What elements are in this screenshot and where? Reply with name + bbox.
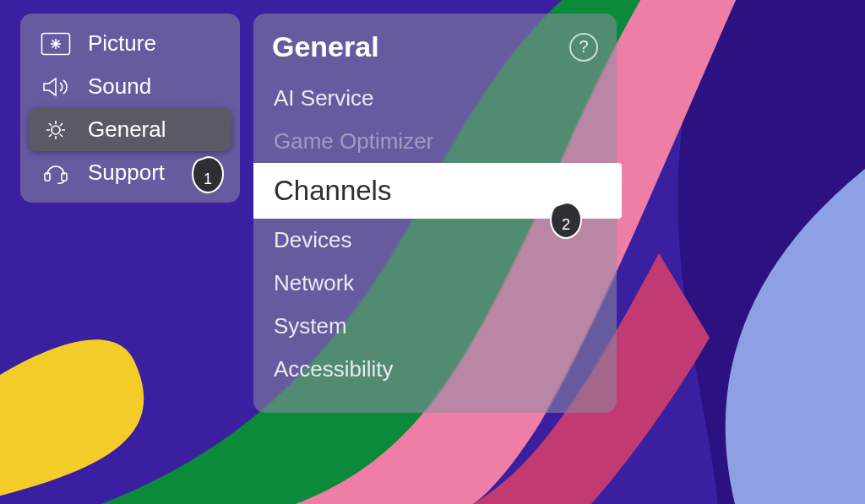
submenu-item-accessibility[interactable]: Accessibility: [253, 348, 617, 391]
general-submenu: General ? AI Service Game Optimizer Chan…: [253, 14, 617, 413]
sidebar-item-label: Support: [88, 160, 165, 186]
sidebar-item-support[interactable]: Support: [29, 151, 231, 194]
submenu-item-system[interactable]: System: [253, 305, 617, 348]
submenu-item-label: Game Optimizer: [274, 128, 433, 154]
picture-icon: [39, 31, 73, 57]
gear-icon: [39, 117, 73, 143]
sidebar-item-label: Sound: [88, 73, 151, 100]
submenu-title: General: [272, 30, 379, 63]
submenu-item-channels[interactable]: Channels: [253, 163, 622, 219]
sidebar-item-label: General: [88, 117, 166, 143]
submenu-item-network[interactable]: Network: [253, 262, 617, 305]
sidebar-item-picture[interactable]: Picture: [29, 22, 231, 65]
sidebar-item-label: Picture: [88, 30, 156, 57]
submenu-item-label: Devices: [274, 227, 351, 252]
submenu-item-game-optimizer: Game Optimizer: [253, 120, 617, 163]
submenu-item-label: AI Service: [274, 85, 374, 111]
settings-sidebar: Picture Sound General Support: [20, 14, 240, 203]
submenu-item-label: Channels: [274, 175, 391, 206]
submenu-item-label: System: [274, 313, 347, 339]
submenu-item-label: Accessibility: [274, 356, 394, 382]
sidebar-item-sound[interactable]: Sound: [29, 65, 231, 108]
submenu-item-label: Network: [274, 270, 354, 295]
help-icon[interactable]: ?: [569, 33, 598, 62]
svg-point-2: [52, 126, 60, 134]
sound-icon: [39, 74, 73, 100]
help-glyph: ?: [579, 37, 588, 57]
submenu-item-devices[interactable]: Devices: [253, 219, 617, 262]
headset-icon: [39, 160, 73, 186]
submenu-item-ai-service[interactable]: AI Service: [253, 77, 617, 120]
sidebar-item-general[interactable]: General: [29, 108, 231, 151]
